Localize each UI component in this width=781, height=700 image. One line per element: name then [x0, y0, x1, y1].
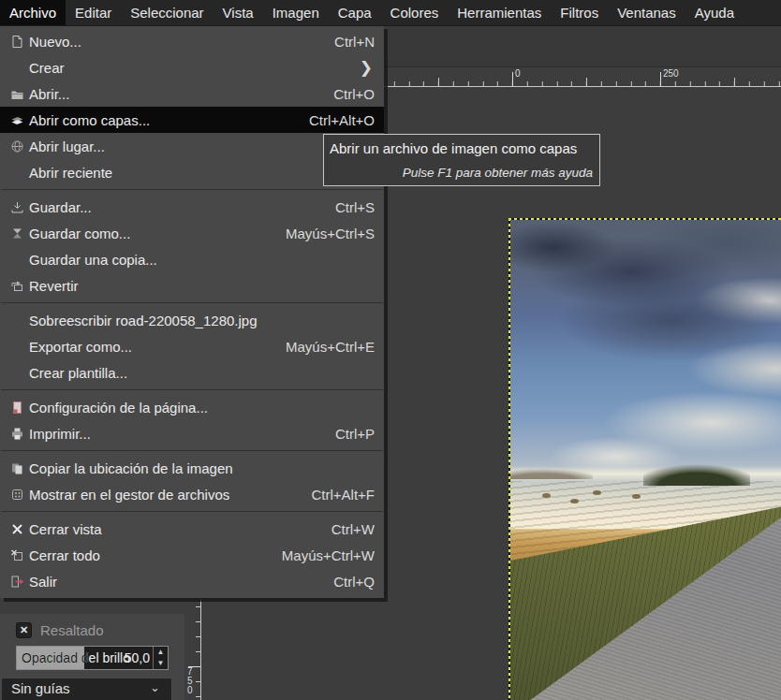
quit-icon [0, 575, 29, 589]
save-icon [0, 200, 29, 214]
file-manager-icon [0, 488, 29, 502]
menu-archivo[interactable]: Archivo [0, 0, 66, 25]
menu-ventanas[interactable]: Ventanas [608, 0, 685, 25]
menu-colores[interactable]: Colores [381, 0, 449, 25]
menu-seleccionar[interactable]: Seleccionar [121, 0, 213, 25]
selection-border-top [508, 218, 781, 220]
canvas-image[interactable] [508, 218, 781, 700]
highlight-checkbox[interactable]: ✕ [16, 622, 32, 638]
menu-item-imprimir[interactable]: Imprimir... Ctrl+P [0, 420, 384, 446]
menu-item-abrir-como-capas[interactable]: Abrir como capas... Ctrl+Alt+O [0, 107, 384, 133]
highlight-opacity-slider[interactable]: Opacidad del brillo Opacidad del brillo … [16, 646, 169, 670]
ruler-label-0: 0 [515, 68, 521, 79]
menu-vista[interactable]: Vista [214, 0, 263, 25]
chevron-down-icon: ⌄ [150, 678, 160, 697]
close-view-icon [0, 522, 29, 536]
menu-item-crear-plantilla[interactable]: Crear plantilla... [0, 359, 384, 386]
opacity-value[interactable]: 50,0 [125, 647, 150, 669]
menu-separator [1, 189, 383, 190]
menubar: Archivo Editar Seleccionar Vista Imagen … [0, 0, 781, 26]
menu-item-crear[interactable]: Crear ❯ [0, 54, 384, 80]
open-location-icon [0, 139, 29, 153]
spin-down-icon[interactable]: ▼ [154, 658, 168, 669]
highlight-label: Resaltado [40, 622, 104, 638]
open-icon [0, 87, 29, 101]
ruler-minor-ticks [196, 599, 200, 700]
menu-herramientas[interactable]: Herramientas [448, 0, 551, 25]
menu-filtros[interactable]: Filtros [551, 0, 608, 25]
new-image-icon [0, 35, 29, 49]
menu-item-cerrar-vista[interactable]: Cerrar vista Ctrl+W [0, 516, 384, 542]
menu-imagen[interactable]: Imagen [263, 0, 329, 25]
menu-item-exportar-como[interactable]: Exportar como... Mayús+Ctrl+E [0, 333, 384, 359]
vertical-ruler[interactable]: 750 [184, 599, 201, 700]
ruler-major-tick-0 [512, 72, 513, 86]
save-as-icon [0, 226, 29, 241]
menu-item-configuracion-pagina[interactable]: Configuración de la página... [0, 394, 384, 420]
menu-item-mostrar-gestor[interactable]: Mostrar en el gestor de archivos Ctrl+Al… [0, 481, 384, 507]
ruler-major-tick-250 [660, 72, 661, 86]
haystack [542, 493, 551, 498]
menu-capa[interactable]: Capa [329, 0, 381, 25]
menu-item-guardar-como[interactable]: Guardar como... Mayús+Ctrl+S [0, 220, 384, 246]
copy-location-icon [0, 461, 29, 475]
menu-separator [1, 450, 383, 451]
page-setup-icon [0, 401, 29, 415]
menu-item-guardar-una-copia[interactable]: Guardar una copia... [0, 246, 384, 272]
opacity-spinners[interactable]: ▲ ▼ [153, 647, 168, 669]
tooltip: Abrir un archivo de imagen como capas Pu… [323, 134, 600, 186]
opacity-label-overlay: Opacidad del brillo [17, 647, 89, 669]
menu-item-nuevo[interactable]: Nuevo... Ctrl+N [0, 28, 384, 54]
guides-dropdown[interactable]: Sin guías ⌄ [1, 678, 172, 700]
menu-item-salir[interactable]: Salir Ctrl+Q [0, 568, 384, 594]
print-icon [0, 427, 29, 441]
menu-editar[interactable]: Editar [66, 0, 121, 25]
distant-hills [508, 469, 593, 478]
open-as-layers-icon [0, 113, 29, 127]
ruler-label-250: 250 [663, 68, 679, 79]
menu-item-revertir[interactable]: Revertir [0, 272, 384, 299]
menu-item-cerrar-todo[interactable]: Cerrar todo Mayús+Ctrl+W [0, 542, 384, 568]
file-menu: Nuevo... Ctrl+N Crear ❯ Abrir... Ctrl+O … [0, 25, 384, 598]
selection-border-left [508, 218, 510, 700]
ruler-label-750: 750 [187, 667, 194, 695]
menu-item-copiar-ubicacion[interactable]: Copiar la ubicación de la imagen [0, 455, 384, 481]
menu-item-abrir[interactable]: Abrir... Ctrl+O [0, 80, 384, 107]
submenu-arrow-icon: ❯ [360, 60, 384, 76]
guides-value: Sin guías [11, 678, 70, 699]
close-all-icon [0, 548, 29, 562]
menu-separator [1, 389, 383, 390]
menu-item-sobreescribir[interactable]: Sobreescribir road-220058_1280.jpg [0, 307, 384, 333]
tooltip-help-hint: Pulse F1 para obtener más ayuda [403, 166, 593, 180]
tooltip-text: Abrir un archivo de imagen como capas [324, 135, 599, 156]
menu-item-guardar[interactable]: Guardar... Ctrl+S [0, 194, 384, 220]
haystack [570, 499, 579, 503]
menu-ayuda[interactable]: Ayuda [685, 0, 744, 25]
tool-options-panel: ✕ Resaltado Opacidad del brillo Opacidad… [0, 614, 184, 700]
menu-separator [1, 511, 383, 512]
spin-up-icon[interactable]: ▲ [154, 647, 168, 658]
menu-separator [1, 302, 383, 303]
revert-icon [0, 279, 29, 293]
